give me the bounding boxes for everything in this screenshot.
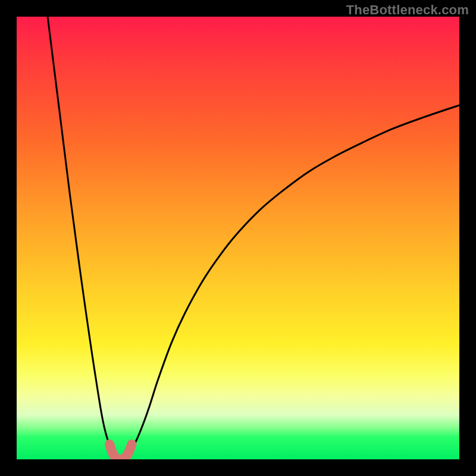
watermark-text: TheBottleneck.com <box>346 2 469 18</box>
curve-trough-highlight <box>109 444 131 459</box>
curve-right-branch <box>127 105 459 454</box>
bottleneck-plot <box>17 17 459 459</box>
plot-svg <box>17 17 459 459</box>
curve-left-branch <box>48 17 114 453</box>
chart-frame: TheBottleneck.com <box>0 0 476 476</box>
